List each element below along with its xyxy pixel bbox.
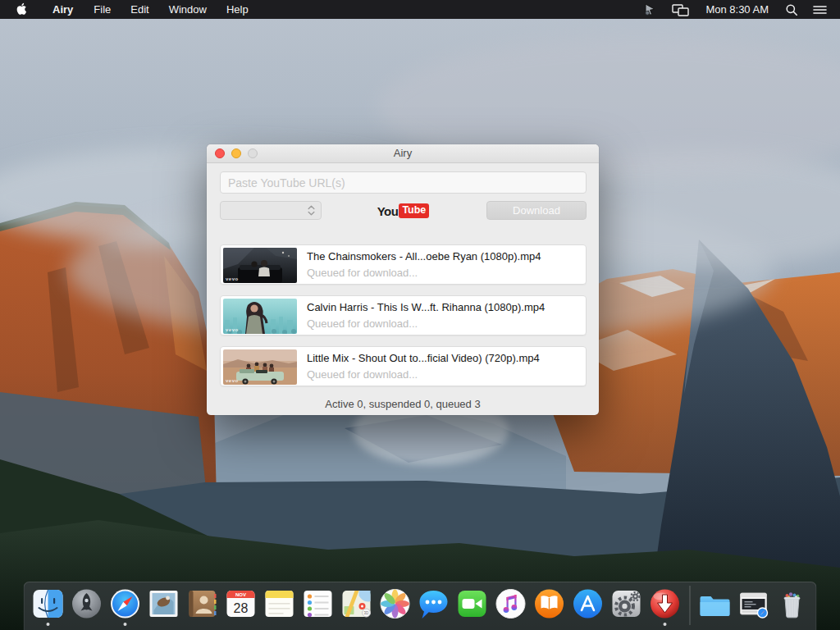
- video-thumbnail: vevo: [223, 299, 297, 334]
- dock-icon-maps[interactable]: 3D: [339, 586, 375, 622]
- download-status: Queued for download...: [307, 368, 418, 381]
- vevo-watermark: vevo: [226, 276, 239, 281]
- parallels-status-item[interactable]: [640, 2, 660, 16]
- zoom-button-disabled: [248, 148, 258, 158]
- vevo-watermark: vevo: [226, 327, 239, 332]
- apple-icon: [16, 2, 27, 16]
- calendar-day: 28: [234, 601, 249, 615]
- download-status: Queued for download...: [307, 267, 418, 279]
- download-row[interactable]: vevo Calvin Harris - This Is W...ft. Rih…: [220, 295, 587, 336]
- displays-status-item[interactable]: [669, 3, 692, 16]
- notification-center-item[interactable]: [810, 4, 830, 16]
- spotlight-item[interactable]: [782, 3, 801, 16]
- dock-icon-notes[interactable]: [262, 586, 298, 622]
- menu-app-name[interactable]: Airy: [42, 0, 84, 19]
- dock-icon-finder[interactable]: [30, 586, 66, 622]
- search-icon: [785, 3, 798, 16]
- dock-icon-contacts[interactable]: [185, 586, 221, 622]
- dock-separator: [690, 586, 691, 625]
- dock-icon-launchpad[interactable]: [69, 586, 105, 622]
- download-row[interactable]: vevo Little Mix - Shout Out to...ficial …: [220, 346, 587, 386]
- download-title: Calvin Harris - This Is W...ft. Rihanna …: [307, 301, 545, 313]
- video-thumbnail: vevo: [223, 349, 297, 385]
- calendar-month: NOV: [235, 592, 246, 597]
- download-title: Little Mix - Shout Out to...ficial Video…: [307, 352, 540, 364]
- running-indicator: [47, 623, 50, 626]
- download-status: Queued for download...: [307, 317, 418, 330]
- youtube-logo-tube: Tube: [399, 203, 429, 218]
- menu-bar: Airy File Edit Window Help Mon 8:30 AM: [0, 0, 840, 19]
- menu-edit[interactable]: Edit: [121, 0, 158, 19]
- menu-help[interactable]: Help: [217, 0, 258, 19]
- title-bar[interactable]: Airy: [207, 144, 599, 163]
- dock-icon-system-preferences[interactable]: [609, 586, 645, 622]
- vevo-watermark: vevo: [226, 378, 239, 383]
- dock-icon-app-store[interactable]: [570, 586, 606, 622]
- dock-icon-facetime[interactable]: [454, 586, 491, 622]
- running-indicator: [124, 623, 127, 626]
- menu-file[interactable]: File: [84, 0, 121, 19]
- airy-window: Airy You Tube Download: [207, 144, 599, 415]
- cursor-arrow-icon: [643, 2, 657, 16]
- window-title: Airy: [207, 144, 599, 162]
- dock-icon-airy[interactable]: [647, 586, 683, 622]
- dock-icon-trash[interactable]: [774, 586, 810, 622]
- video-thumbnail: vevo: [223, 248, 297, 283]
- dock-icon-safari[interactable]: [107, 586, 144, 622]
- dock-icon-ibooks[interactable]: [532, 586, 568, 622]
- apple-menu[interactable]: [0, 2, 42, 16]
- maps-3d-badge: 3D: [364, 611, 370, 615]
- youtube-logo-you: You: [377, 204, 399, 218]
- dock-icon-photos[interactable]: [377, 586, 413, 622]
- running-indicator: [664, 623, 667, 626]
- queue-status-bar: Active 0, suspended 0, queued 3: [207, 398, 599, 410]
- dock-icon-calendar[interactable]: NOV28: [223, 586, 259, 622]
- minimize-button[interactable]: [231, 148, 241, 158]
- download-button[interactable]: Download: [486, 201, 587, 220]
- dock-icon-downloads-folder[interactable]: [697, 586, 733, 622]
- dock-icon-minimized-safari-window[interactable]: [736, 586, 772, 622]
- menu-window[interactable]: Window: [159, 0, 217, 19]
- list-icon: [813, 4, 827, 16]
- dock: NOV28 3D: [24, 582, 817, 630]
- dock-icon-itunes[interactable]: [493, 586, 529, 622]
- close-button[interactable]: [215, 148, 225, 158]
- dock-icon-messages[interactable]: [416, 586, 452, 622]
- download-row[interactable]: vevo The Chainsmokers - All...oebe Ryan …: [220, 244, 587, 285]
- dock-icon-reminders[interactable]: [300, 586, 336, 622]
- download-list: vevo The Chainsmokers - All...oebe Ryan …: [220, 244, 587, 397]
- download-title: The Chainsmokers - All...oebe Ryan (1080…: [307, 250, 541, 262]
- youtube-url-input[interactable]: [220, 171, 587, 194]
- dock-icon-mail[interactable]: [146, 586, 182, 622]
- menu-clock[interactable]: Mon 8:30 AM: [701, 3, 774, 16]
- displays-icon: [672, 3, 689, 16]
